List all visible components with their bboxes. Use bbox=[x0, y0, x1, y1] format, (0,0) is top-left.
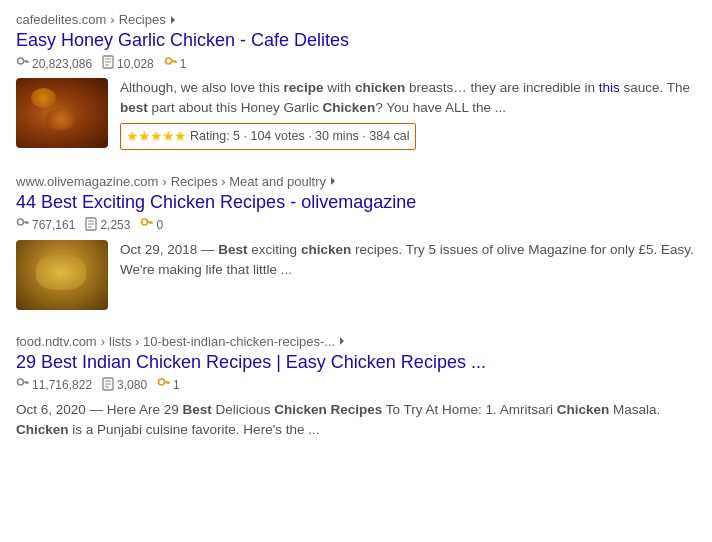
key-icon bbox=[16, 377, 29, 393]
metric-value: 767,161 bbox=[32, 218, 75, 232]
metric-item-0: 11,716,822 bbox=[16, 377, 92, 393]
breadcrumb-separator: › bbox=[162, 174, 166, 189]
breadcrumb-dropdown-icon[interactable] bbox=[331, 177, 335, 185]
key-icon bbox=[140, 217, 153, 233]
metric-item-1: 2,253 bbox=[85, 217, 130, 234]
breadcrumb-path: Recipes bbox=[119, 12, 166, 27]
metric-value: 11,716,822 bbox=[32, 378, 92, 392]
result-block-olivemagazine: www.olivemagazine.com › Recipes › Meat a… bbox=[16, 174, 696, 310]
svg-point-12 bbox=[18, 219, 24, 225]
result-block-ndtv: food.ndtv.com › lists › 10-best-indian-c… bbox=[16, 334, 696, 441]
metrics-row: 11,716,822 3,080 1 bbox=[16, 377, 696, 394]
result-title[interactable]: Easy Honey Garlic Chicken - Cafe Delites bbox=[16, 30, 696, 51]
breadcrumb: food.ndtv.com › lists › 10-best-indian-c… bbox=[16, 334, 696, 349]
svg-point-20 bbox=[142, 219, 148, 225]
breadcrumb-separator: › bbox=[110, 12, 114, 27]
breadcrumb-separator: › bbox=[101, 334, 105, 349]
metric-item-0: 767,161 bbox=[16, 217, 75, 233]
rating-text: Rating: 5 · 104 votes · 30 mins · 384 ca… bbox=[190, 127, 410, 146]
metric-item-2: 1 bbox=[164, 56, 187, 72]
breadcrumb-dropdown-icon[interactable] bbox=[340, 337, 344, 345]
svg-point-24 bbox=[18, 379, 24, 385]
metric-value: 1 bbox=[180, 57, 187, 71]
breadcrumb-path: Recipes › Meat and poultry bbox=[171, 174, 326, 189]
result-title[interactable]: 44 Best Exciting Chicken Recipes - olive… bbox=[16, 192, 696, 213]
page-icon bbox=[102, 377, 114, 394]
metric-item-0: 20,823,086 bbox=[16, 56, 92, 72]
result-body: Oct 29, 2018 — Best exciting chicken rec… bbox=[16, 240, 696, 310]
snippet-link[interactable]: this bbox=[599, 80, 620, 95]
breadcrumb-site: food.ndtv.com bbox=[16, 334, 97, 349]
breadcrumb: cafedelites.com › Recipes bbox=[16, 12, 696, 27]
svg-point-32 bbox=[159, 379, 165, 385]
result-title[interactable]: 29 Best Indian Chicken Recipes | Easy Ch… bbox=[16, 352, 696, 373]
breadcrumb-path: lists › 10-best-indian-chicken-recipes-.… bbox=[109, 334, 335, 349]
result-thumbnail[interactable] bbox=[16, 240, 108, 310]
key-icon bbox=[16, 56, 29, 72]
metric-item-2: 0 bbox=[140, 217, 163, 233]
key-icon bbox=[164, 56, 177, 72]
result-snippet: Although, we also love this recipe with … bbox=[120, 78, 696, 150]
key-icon bbox=[157, 377, 170, 393]
metrics-row: 767,161 2,253 0 bbox=[16, 217, 696, 234]
result-thumbnail[interactable] bbox=[16, 78, 108, 148]
metric-value: 0 bbox=[156, 218, 163, 232]
metric-value: 2,253 bbox=[100, 218, 130, 232]
metric-item-1: 10,028 bbox=[102, 55, 154, 72]
breadcrumb-site: cafedelites.com bbox=[16, 12, 106, 27]
result-body: Oct 6, 2020 — Here Are 29 Best Delicious… bbox=[16, 400, 696, 441]
key-icon bbox=[16, 217, 29, 233]
metric-item-1: 3,080 bbox=[102, 377, 147, 394]
metric-item-2: 1 bbox=[157, 377, 180, 393]
page-icon bbox=[102, 55, 114, 72]
metric-value: 3,080 bbox=[117, 378, 147, 392]
search-results: cafedelites.com › RecipesEasy Honey Garl… bbox=[16, 12, 696, 440]
breadcrumb: www.olivemagazine.com › Recipes › Meat a… bbox=[16, 174, 696, 189]
svg-point-8 bbox=[165, 58, 171, 64]
rating-stars: ★★★★★ bbox=[126, 126, 186, 147]
metric-value: 10,028 bbox=[117, 57, 154, 71]
metric-value: 1 bbox=[173, 378, 180, 392]
svg-point-0 bbox=[18, 58, 24, 64]
result-body: Although, we also love this recipe with … bbox=[16, 78, 696, 150]
result-snippet: Oct 29, 2018 — Best exciting chicken rec… bbox=[120, 240, 696, 310]
breadcrumb-site: www.olivemagazine.com bbox=[16, 174, 158, 189]
result-snippet: Oct 6, 2020 — Here Are 29 Best Delicious… bbox=[16, 400, 696, 441]
breadcrumb-dropdown-icon[interactable] bbox=[171, 16, 175, 24]
rating-box: ★★★★★Rating: 5 · 104 votes · 30 mins · 3… bbox=[120, 123, 416, 150]
page-icon bbox=[85, 217, 97, 234]
metrics-row: 20,823,086 10,028 1 bbox=[16, 55, 696, 72]
metric-value: 20,823,086 bbox=[32, 57, 92, 71]
result-block-cafedelites: cafedelites.com › RecipesEasy Honey Garl… bbox=[16, 12, 696, 150]
